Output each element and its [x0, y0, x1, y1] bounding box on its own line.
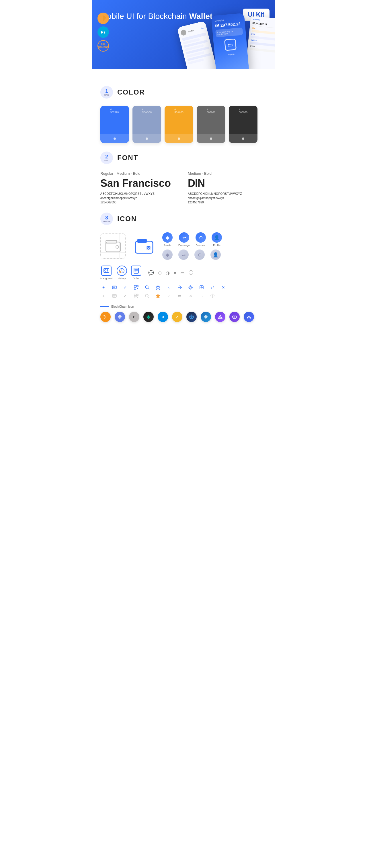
sf-lowercase: abcdefghijklmnopqrstuvwxyz	[101, 196, 179, 200]
hero-title-normal: Mobile UI for Blockchain	[101, 12, 189, 21]
waves-icon	[143, 312, 154, 322]
sf-numbers: 1234567890	[101, 201, 179, 204]
svg-rect-52	[137, 294, 138, 295]
history-label: History	[118, 277, 126, 280]
discover-icon-item: ⊙ Discover	[196, 232, 206, 247]
management-label: Mangment	[101, 277, 113, 280]
phone-mid: myWallet $6,297,502.12 Character may be …	[211, 13, 250, 69]
nav-icons-row1: ◆ Assets ⇌ Exchange ⊙ Discover 👤 Profile	[162, 232, 222, 247]
svg-marker-69	[204, 315, 208, 319]
font-grid: Regular · Medium · Bold San Francisco AB…	[101, 171, 266, 204]
search-icon	[144, 284, 150, 290]
upload-icon	[198, 284, 205, 290]
forward-icon-gray: →	[198, 293, 205, 299]
star-icon-orange	[155, 293, 161, 299]
nav-icons: ◆ Assets ⇌ Exchange ⊙ Discover 👤 Profile…	[162, 232, 222, 260]
exchange-icon-gray: ⇌	[178, 249, 189, 260]
icon-section-header: 3 THREE ICON	[101, 213, 266, 225]
sf-weights: Regular · Medium · Bold	[101, 171, 179, 176]
small-icons-row2: + ✓ ‹ ⇄ ✕ → ⓘ	[101, 293, 266, 299]
profile-icon-item: 👤 Profile	[211, 232, 222, 247]
assets-icon-item: ◆ Assets	[162, 232, 173, 247]
qr-icon	[133, 284, 139, 290]
svg-rect-11	[105, 270, 106, 271]
misc-icons-group: 💬 ⊕ ◑ ● ▭ ⓘ	[148, 270, 194, 276]
screens-badge: 60+Screens	[97, 40, 109, 52]
settings-icon	[188, 284, 194, 290]
swatch-gray-blue: #8DA0C8	[133, 106, 161, 143]
order-icon	[131, 266, 141, 276]
ltc-icon: Ł	[129, 312, 139, 322]
svg-point-24	[135, 269, 135, 270]
nav-icon	[215, 312, 225, 322]
font-section-header: 2 TWO FONT	[101, 152, 266, 164]
zcash-icon: Z	[172, 312, 182, 322]
blockchain-label: BlockChain Icon	[111, 305, 134, 308]
svg-rect-55	[137, 296, 137, 297]
din-lowercase: abcdefghijklmnopqrstuvwxyz	[188, 196, 266, 200]
svg-rect-50	[135, 294, 135, 295]
history-icon	[117, 266, 127, 276]
phone-left: Profile A...	[177, 21, 218, 69]
din-uppercase: ABCDEFGHIJKLMNOPQRSTUVWXYZ	[188, 192, 266, 195]
share-icon	[177, 284, 183, 290]
phone-right: myWallet $6,297,502.12 BTC ETH WAVES QTU…	[245, 16, 275, 69]
dash-icon: D	[158, 312, 168, 322]
moon-icon: ◑	[166, 270, 170, 276]
svg-text:₿: ₿	[104, 314, 106, 319]
font-title: FONT	[117, 154, 138, 162]
wallet-blue-icon	[135, 238, 153, 254]
svg-rect-46	[112, 294, 116, 297]
sf-uppercase: ABCDEFGHIJKLMNOPQRSTUVWXYZ	[101, 192, 179, 195]
swatch-blue: #3574FA	[101, 106, 129, 143]
svg-rect-6	[137, 239, 147, 243]
svg-rect-27	[112, 286, 116, 289]
search-icon-gray	[144, 293, 150, 299]
discover-icon: ⊙	[196, 232, 206, 243]
nav-icons-row2: ◆ ⇌ ⊙ 👤	[162, 249, 222, 260]
order-label: Order	[133, 277, 139, 280]
check-icon: ✓	[122, 284, 129, 290]
info-icon: ⓘ	[189, 270, 193, 276]
edit-icon-gray	[111, 293, 117, 299]
svg-point-25	[135, 271, 135, 271]
exchange-icon: ⇌	[179, 232, 189, 243]
small-icons-row1: + ✓ ‹ ⇄ ✕	[101, 284, 266, 290]
crypto-icons-row: ₿ Ł D Z	[101, 312, 266, 322]
svg-line-40	[148, 288, 149, 289]
strat-icon	[201, 312, 211, 322]
section-number-1: 1 ONE	[101, 86, 113, 98]
swatch-gray: #666666	[197, 106, 225, 143]
edit-icon	[111, 284, 117, 290]
svg-point-9	[148, 247, 149, 248]
swap-icon: ⇄	[209, 284, 216, 290]
svg-rect-35	[135, 288, 135, 289]
font-din: Medium · Bold DIN ABCDEFGHIJKLMNOPQRSTUV…	[188, 171, 266, 204]
wallet-blue-box	[131, 234, 157, 259]
din-weights: Medium · Bold	[188, 171, 266, 176]
icon-title: ICON	[117, 215, 137, 223]
comment-icon: 💬	[148, 270, 154, 276]
exchange-icon-item: ⇌ Exchange	[178, 232, 190, 247]
qr-icon-gray	[133, 293, 139, 299]
info-icon-gray: ⓘ	[209, 293, 216, 299]
section-number-3: 3 THREE	[101, 213, 113, 225]
blockchain-line	[101, 306, 109, 307]
profile-icon: 👤	[211, 232, 222, 243]
svg-point-43	[190, 287, 192, 288]
wallet-icons-row: ◆ Assets ⇌ Exchange ⊙ Discover 👤 Profile…	[101, 232, 266, 260]
grid-icon	[186, 312, 197, 322]
blockchain-label-row: BlockChain Icon	[101, 305, 266, 308]
svg-point-26	[135, 272, 135, 272]
chat-icon: ▭	[180, 270, 185, 276]
discover-icon-gray: ⊙	[194, 249, 205, 260]
section-number-2: 2 TWO	[101, 152, 113, 164]
band-icon	[244, 312, 254, 322]
svg-marker-41	[156, 285, 160, 289]
din-numbers: 1234567890	[188, 201, 266, 204]
assets-icon-gray: ◆	[162, 249, 173, 260]
svg-line-59	[148, 297, 149, 298]
circle-icon: ●	[174, 270, 177, 275]
swatch-orange: #F5A623	[165, 106, 193, 143]
wallet-grid-box	[101, 234, 125, 259]
